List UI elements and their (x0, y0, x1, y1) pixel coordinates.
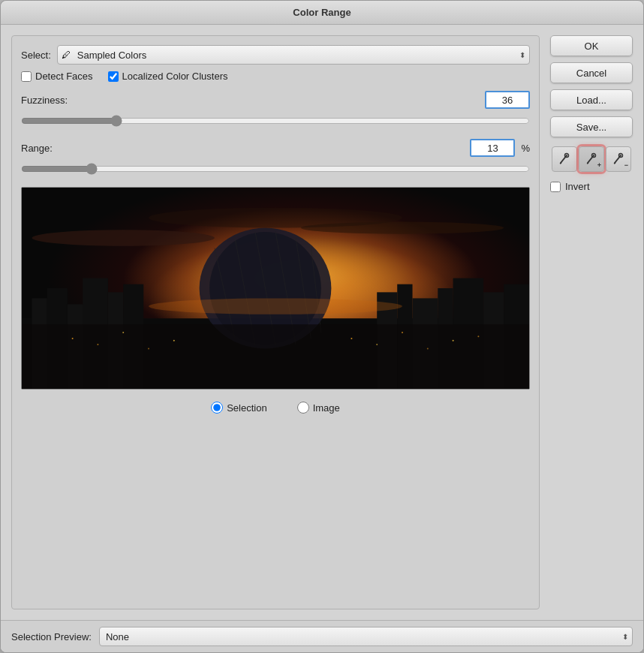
radio-row: Selection Image (21, 402, 530, 414)
image-radio-label: Image (313, 402, 340, 414)
select-row: Select: 🖊 Sampled Colors Reds Yellows Gr… (21, 45, 530, 65)
invert-label: Invert (565, 181, 590, 192)
svg-point-27 (72, 338, 74, 339)
dialog-title: Color Range (293, 7, 351, 18)
svg-line-46 (587, 163, 588, 164)
save-button[interactable]: Save... (550, 116, 633, 137)
preview-area (21, 187, 530, 390)
localized-clusters-label: Localized Color Clusters (122, 71, 228, 82)
selection-radio-item[interactable]: Selection (211, 402, 266, 414)
image-radio[interactable] (297, 402, 309, 414)
detect-faces-label: Detect Faces (35, 71, 93, 82)
image-radio-item[interactable]: Image (297, 402, 340, 414)
eyedropper-icon (558, 152, 571, 166)
svg-line-43 (560, 163, 561, 164)
left-panel: Select: 🖊 Sampled Colors Reds Yellows Gr… (11, 35, 540, 609)
right-panel: OK Cancel Load... Save... (550, 35, 633, 609)
invert-checkbox[interactable] (550, 182, 561, 192)
bottom-bar: Selection Preview: None Grayscale Black … (1, 620, 643, 652)
invert-row: Invert (550, 181, 633, 192)
preview-dropdown[interactable]: None Grayscale Black Matte White Matte Q… (99, 627, 633, 646)
svg-point-37 (477, 336, 479, 337)
preview-image (22, 188, 529, 389)
minus-badge: − (624, 161, 628, 169)
selection-preview-label: Selection Preview: (11, 631, 92, 642)
range-label: Range: (21, 143, 81, 154)
svg-point-28 (97, 344, 98, 345)
range-row: Range: % (21, 139, 530, 157)
svg-rect-25 (149, 298, 402, 314)
range-unit: % (521, 143, 530, 154)
select-dropdown-wrapper: 🖊 Sampled Colors Reds Yellows Greens Cya… (57, 45, 530, 65)
svg-point-34 (402, 332, 403, 333)
fuzziness-input[interactable] (485, 91, 530, 109)
eyedropper-add-button[interactable]: + (579, 146, 604, 172)
fuzziness-row: Fuzziness: (21, 91, 530, 109)
fuzziness-slider[interactable] (21, 113, 530, 128)
localized-clusters-item[interactable]: Localized Color Clusters (108, 71, 228, 82)
fuzziness-slider-wrapper (21, 112, 530, 130)
selection-radio-label: Selection (227, 402, 266, 414)
svg-point-30 (148, 348, 149, 349)
svg-point-31 (173, 340, 175, 342)
preview-dropdown-wrapper: None Grayscale Black Matte White Matte Q… (99, 627, 633, 646)
svg-point-33 (376, 344, 378, 345)
svg-point-29 (122, 332, 124, 333)
svg-point-40 (149, 208, 402, 228)
detect-faces-item[interactable]: Detect Faces (21, 71, 93, 82)
eyedropper-sample-button[interactable] (552, 146, 577, 172)
cancel-button[interactable]: Cancel (550, 62, 633, 83)
detect-faces-checkbox[interactable] (21, 71, 32, 82)
color-range-dialog: Color Range Select: 🖊 Sampled Colors Red… (0, 0, 644, 653)
ok-button[interactable]: OK (550, 35, 633, 56)
svg-point-35 (427, 348, 429, 349)
select-dropdown[interactable]: Sampled Colors Reds Yellows Greens Cyans… (57, 45, 530, 65)
range-section: Range: % (21, 139, 530, 178)
selection-radio[interactable] (211, 402, 223, 414)
plus-badge: + (597, 161, 601, 169)
svg-point-38 (32, 230, 215, 245)
eyedropper-subtract-button[interactable]: − (606, 146, 631, 172)
eyedropper-add-icon (585, 152, 598, 166)
svg-line-49 (614, 163, 615, 164)
svg-point-36 (453, 340, 454, 342)
range-slider-wrapper (21, 160, 530, 178)
range-input[interactable] (470, 139, 515, 157)
svg-point-32 (351, 338, 352, 339)
eyedropper-subtract-icon (612, 152, 625, 166)
select-label: Select: (21, 50, 51, 61)
checkboxes-row: Detect Faces Localized Color Clusters (21, 71, 530, 82)
title-bar: Color Range (1, 1, 643, 25)
load-button[interactable]: Load... (550, 89, 633, 110)
dialog-body: Select: 🖊 Sampled Colors Reds Yellows Gr… (1, 25, 643, 620)
eyedropper-tools: + − (550, 146, 633, 172)
fuzziness-section: Fuzziness: (21, 91, 530, 130)
fuzziness-label: Fuzziness: (21, 95, 81, 106)
range-slider[interactable] (21, 161, 530, 176)
localized-clusters-checkbox[interactable] (108, 71, 119, 82)
svg-rect-26 (22, 324, 529, 389)
